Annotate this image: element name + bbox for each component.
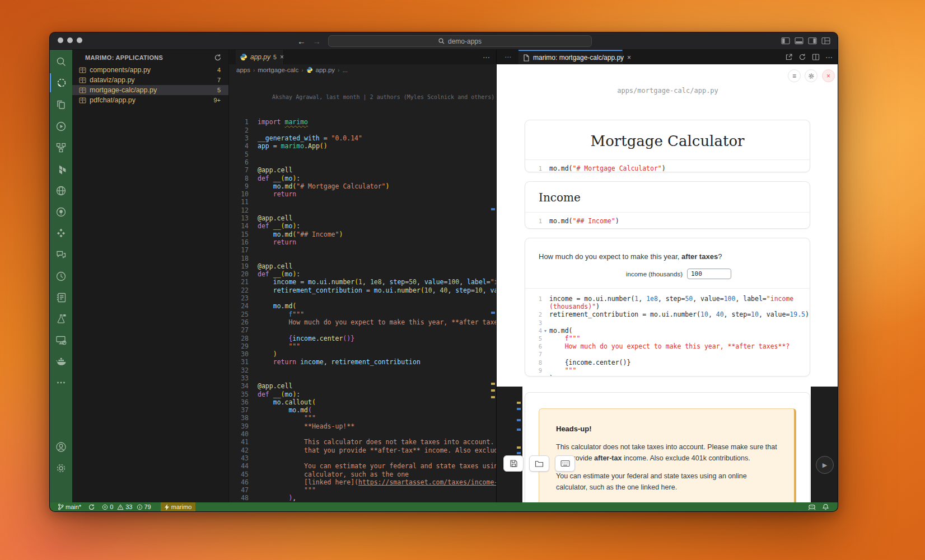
sync-item[interactable] — [86, 502, 97, 511]
code-line[interactable]: 2 — [229, 126, 496, 134]
command-center-search[interactable]: demo-apps — [328, 35, 592, 47]
cell-code[interactable]: 1mo.md("# Mortgage Calculator") — [525, 160, 810, 177]
income-input[interactable] — [687, 269, 731, 279]
test-beaker-icon[interactable] — [50, 309, 72, 328]
code-line[interactable]: 30 ) — [229, 350, 496, 358]
github-icon[interactable] — [50, 203, 72, 222]
code-line[interactable]: 6 — [229, 158, 496, 166]
breadcrumb[interactable]: apps›mortgage-calc›app.py›... — [229, 64, 496, 76]
cell-code[interactable]: 1mo.md("## Income") — [525, 213, 810, 229]
code-line[interactable]: 7@app.cell — [229, 166, 496, 174]
code-line[interactable]: 18 — [229, 255, 496, 262]
code-line[interactable]: 13@app.cell — [229, 214, 496, 222]
code-line[interactable]: 39 **Heads-up!** — [229, 422, 496, 430]
code-line[interactable]: 29 """ — [229, 342, 496, 350]
terraform-icon[interactable] — [50, 160, 72, 179]
docker-icon[interactable] — [50, 352, 72, 371]
window-controls[interactable] — [58, 37, 82, 43]
symbols-icon[interactable] — [50, 138, 72, 157]
code-line[interactable]: 17 — [229, 246, 496, 254]
code-line[interactable]: 41 This calculator does not take taxes i… — [229, 438, 496, 446]
code-line[interactable]: 23 — [229, 294, 496, 302]
customize-layout-icon[interactable] — [821, 36, 830, 45]
forward-arrow-icon[interactable]: → — [312, 36, 321, 46]
collapse-chevron-icon[interactable]: ▾ — [544, 327, 546, 335]
code-line[interactable]: 2retirement_contribution = mo.ui.number(… — [525, 310, 810, 318]
shutdown-close-icon[interactable]: × — [822, 69, 835, 82]
code-line[interactable]: 7 — [525, 350, 810, 358]
more-actions-icon[interactable] — [50, 373, 72, 392]
sidebar-item[interactable]: pdfchat/app.py9+ — [72, 95, 228, 105]
close-tab-icon[interactable]: × — [280, 53, 284, 61]
code-line[interactable]: 5 f""" — [525, 335, 810, 342]
breadcrumb-item[interactable]: app.py — [316, 67, 335, 73]
remote-explorer-icon[interactable] — [50, 331, 72, 350]
code-line[interactable]: 31 return income, retirement_contributio… — [229, 358, 496, 366]
code-line[interactable]: 10) — [525, 374, 810, 377]
code-line[interactable]: 22 retirement_contribution = mo.ui.numbe… — [229, 286, 496, 294]
globe-icon[interactable] — [50, 181, 72, 200]
code-line[interactable]: 36 mo.callout( — [229, 398, 496, 406]
code-line[interactable]: 3 — [525, 319, 810, 327]
code-line[interactable]: 16 return — [229, 238, 496, 246]
run-app-button[interactable]: ▶ — [816, 456, 834, 474]
code-line[interactable]: 1import marimo — [229, 118, 496, 126]
split-editor-icon[interactable] — [812, 53, 820, 61]
marimo-icon[interactable] — [50, 73, 72, 92]
code-line[interactable]: 47 """ — [229, 486, 496, 494]
tab-marimo-preview[interactable]: marimo: mortgage-calc/app.py × — [518, 50, 623, 64]
settings-gear-icon[interactable] — [50, 459, 72, 478]
code-line[interactable]: 4▾mo.md( — [525, 327, 810, 335]
open-external-icon[interactable] — [785, 53, 793, 61]
toggle-secondary-sidebar-icon[interactable] — [808, 36, 817, 45]
code-line[interactable]: 35def __(mo): — [229, 390, 496, 398]
code-line[interactable]: 44 You can estimate your federal and sta… — [229, 462, 496, 470]
zoom-window-button[interactable] — [77, 37, 82, 43]
code-line[interactable]: 46 [linked here](https://smartasset.com/… — [229, 478, 496, 486]
code-line[interactable]: 8 {income.center()} — [525, 359, 810, 366]
notebook-icon[interactable] — [50, 288, 72, 307]
back-arrow-icon[interactable]: ← — [297, 36, 306, 46]
code-line[interactable]: 15 mo.md("## Income") — [229, 230, 496, 238]
cell-code[interactable]: 1income = mo.ui.number(1, 1e8, step=50, … — [525, 288, 810, 377]
code-line[interactable]: 33 — [229, 374, 496, 382]
toggle-primary-sidebar-icon[interactable] — [781, 36, 790, 45]
code-line[interactable]: 19@app.cell — [229, 262, 496, 270]
code-line[interactable]: 25 f""" — [229, 310, 496, 318]
breadcrumb-item[interactable]: ... — [342, 67, 348, 73]
code-line[interactable]: 12 — [229, 206, 496, 214]
code-line[interactable]: 27 — [229, 326, 496, 334]
code-line[interactable]: 6 How much do you expect to make this ye… — [525, 342, 810, 350]
code-line[interactable]: 40 — [229, 430, 496, 438]
menu-icon[interactable]: ≡ — [788, 69, 801, 82]
code-line[interactable]: 1income = mo.ui.number(1, 1e8, step=50, … — [525, 295, 810, 303]
git-branch-item[interactable]: main* — [55, 502, 83, 511]
sidebar-item[interactable]: components/app.py4 — [72, 65, 228, 75]
minimize-window-button[interactable] — [67, 37, 73, 43]
close-tab-icon[interactable]: × — [627, 54, 631, 62]
code-line[interactable]: 10 return — [229, 190, 496, 198]
code-editor[interactable]: 1import marimo23__generated_with = "0.0.… — [229, 118, 496, 503]
code-line[interactable]: 26 How much do you expect to make this y… — [229, 318, 496, 326]
code-line[interactable]: 43 — [229, 454, 496, 462]
copilot-icon[interactable] — [808, 503, 816, 510]
folder-button[interactable] — [529, 455, 549, 472]
code-line[interactable]: 5 — [229, 150, 496, 158]
marimo-status-item[interactable]: marimo — [161, 502, 196, 511]
toggle-panel-icon[interactable] — [795, 36, 803, 45]
code-line[interactable]: (thousands)") — [525, 303, 810, 310]
copy-files-icon[interactable] — [50, 95, 72, 114]
tab-overflow-icon[interactable]: ⋯ — [483, 50, 490, 64]
code-line[interactable]: 28 {income.center()} — [229, 335, 496, 342]
code-line[interactable]: 11 — [229, 198, 496, 206]
code-line[interactable]: 38 """ — [229, 414, 496, 422]
breadcrumb-item[interactable]: mortgage-calc — [258, 67, 298, 73]
save-button[interactable] — [503, 455, 524, 472]
code-line[interactable]: 14def __(mo): — [229, 222, 496, 230]
pinned-circle-icon[interactable] — [50, 267, 72, 286]
code-line[interactable]: 3__generated_with = "0.0.14" — [229, 134, 496, 142]
code-line[interactable]: 34@app.cell — [229, 382, 496, 390]
code-line[interactable]: 37 mo.md( — [229, 406, 496, 414]
code-line[interactable]: 8def __(mo): — [229, 175, 496, 182]
code-line[interactable]: 21 income = mo.ui.number(1, 1e8, step=50… — [229, 278, 496, 286]
